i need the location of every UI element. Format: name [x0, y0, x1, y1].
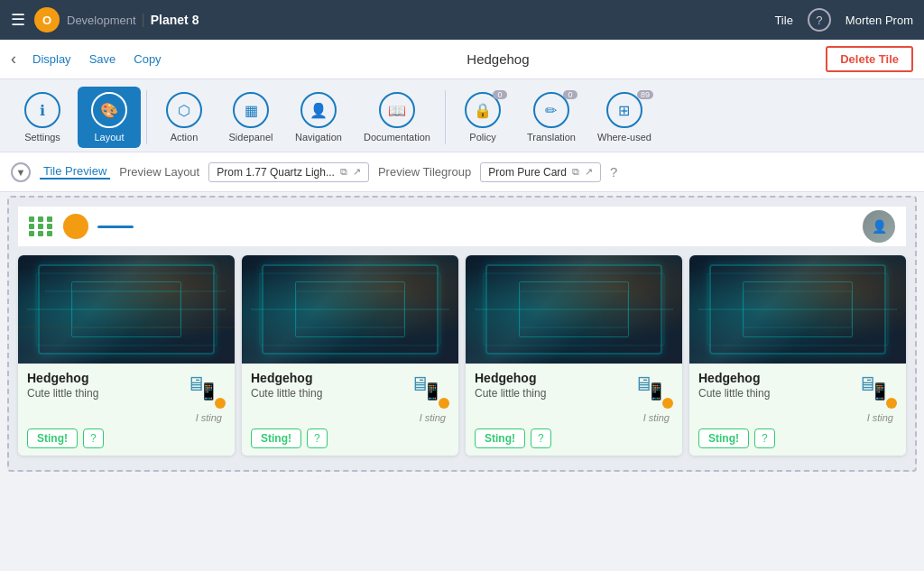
- phone-icon: 📱: [199, 382, 218, 401]
- card-2-sting-button[interactable]: Sting!: [251, 428, 301, 448]
- whereused-icon: ⊞: [606, 92, 642, 128]
- phone-icon-4: 📱: [870, 382, 890, 401]
- sidepanel-label: Sidepanel: [229, 132, 273, 143]
- card-3-i-sting: I sting: [643, 412, 670, 423]
- card-1-svg: [18, 255, 235, 364]
- user-name[interactable]: Morten Prom: [845, 14, 913, 27]
- settings-label: Settings: [24, 132, 60, 143]
- tab-underline: [97, 226, 134, 228]
- delete-tile-button[interactable]: Delete Tile: [826, 46, 913, 72]
- card-1-body: Hedgehog Cute little thing 🖥 📱 I sting: [18, 364, 235, 456]
- card-4-title: Hedgehog: [698, 371, 852, 385]
- card-4-sting-button[interactable]: Sting!: [698, 428, 749, 448]
- card-4-subtitle: Cute little thing: [698, 387, 852, 400]
- toolbar-navigation[interactable]: 👤 Navigation: [286, 87, 351, 148]
- layout-icon: 🎨: [91, 92, 127, 128]
- layout-open-icon[interactable]: ↗: [353, 166, 361, 178]
- toolbar-whereused[interactable]: 89 ⊞ Where-used: [588, 87, 661, 148]
- phone-icon-3: 📱: [646, 382, 666, 401]
- card-4-actions: Sting! ?: [698, 428, 897, 448]
- toolbar-settings[interactable]: ℹ Settings: [11, 87, 74, 148]
- toolbar-sidepanel[interactable]: ▦ Sidepanel: [219, 87, 282, 148]
- card-2-subtitle: Cute little thing: [251, 387, 404, 400]
- help-button[interactable]: ?: [808, 8, 831, 32]
- card-4-image: [689, 255, 906, 364]
- previewbar-toggle[interactable]: ▼: [11, 162, 31, 182]
- settings-icon: ℹ: [24, 92, 60, 128]
- card-4: Hedgehog Cute little thing 🖥 📱 I sting: [689, 255, 906, 456]
- card-2: Hedgehog Cute little thing 🖥 📱 I sting: [242, 255, 458, 456]
- separator: |: [142, 12, 145, 28]
- card-3-actions: Sting! ?: [475, 428, 673, 448]
- hamburger-menu[interactable]: ☰: [11, 10, 25, 30]
- page-title: Hedgehog: [171, 51, 827, 67]
- card-1-help-button[interactable]: ?: [83, 428, 104, 448]
- toolbar-sep-2: [445, 90, 446, 144]
- tilegroup-field[interactable]: Prom Pure Card ⧉ ↗: [480, 162, 601, 182]
- card-2-body: Hedgehog Cute little thing 🖥 📱 I sting: [242, 364, 458, 456]
- tile-label: Tile: [774, 14, 792, 27]
- action-icon: ⬡: [166, 92, 202, 128]
- back-button[interactable]: ‹: [11, 50, 16, 69]
- toolbar-action[interactable]: ⬡ Action: [152, 87, 216, 148]
- navigation-label: Navigation: [295, 132, 342, 143]
- cards-container: Hedgehog Cute little thing 🖥 📱 I sting: [18, 250, 906, 461]
- display-link[interactable]: Display: [23, 52, 80, 66]
- preview-tilegroup-label: Preview Tilegroup: [378, 165, 471, 179]
- card-1-image: [18, 255, 235, 364]
- card-2-svg: [242, 255, 458, 364]
- card-1: Hedgehog Cute little thing 🖥 📱 I sting: [18, 255, 235, 456]
- toolbar-policy[interactable]: 0 🔒 Policy: [451, 87, 514, 148]
- copy-link[interactable]: Copy: [125, 52, 170, 66]
- policy-label: Policy: [469, 132, 495, 143]
- toolbar-translation[interactable]: 0 ✏ Translation: [518, 87, 585, 148]
- tilegroup-copy-icon[interactable]: ⧉: [572, 166, 579, 178]
- policy-badge: 0: [493, 90, 507, 99]
- card-3-title: Hedgehog: [475, 371, 628, 385]
- translation-badge: 0: [563, 90, 578, 99]
- previewbar: ▼ Tile Preview Preview Layout Prom 1.77 …: [0, 152, 924, 192]
- card-4-body: Hedgehog Cute little thing 🖥 📱 I sting: [689, 364, 906, 456]
- previewbar-help-icon[interactable]: ?: [610, 164, 617, 180]
- card-1-sting-button[interactable]: Sting!: [27, 428, 78, 448]
- card-3-help-button[interactable]: ?: [531, 428, 551, 448]
- sidepanel-icon: ▦: [233, 92, 269, 128]
- toolbar-layout[interactable]: 🎨 Layout: [78, 87, 141, 148]
- card-header-row: 👤: [18, 207, 906, 246]
- card-4-help-button[interactable]: ?: [754, 428, 775, 448]
- card-1-title: Hedgehog: [27, 371, 180, 385]
- card-2-i-sting: I sting: [420, 412, 446, 423]
- dot-grid-icon[interactable]: [29, 216, 54, 236]
- avatar: 👤: [863, 210, 895, 243]
- toolbar-sep-1: [146, 90, 147, 144]
- layout-field[interactable]: Prom 1.77 Quartz Ligh... ⧉ ↗: [208, 162, 369, 182]
- card-1-subtitle: Cute little thing: [27, 387, 180, 400]
- navigation-icon: 👤: [300, 92, 337, 128]
- layout-value: Prom 1.77 Quartz Ligh...: [217, 166, 335, 179]
- card-4-svg: [689, 255, 906, 364]
- card-3-body: Hedgehog Cute little thing 🖥 📱 I sting: [466, 364, 682, 456]
- tilegroup-value: Prom Pure Card: [488, 166, 567, 179]
- card-1-i-sting: I sting: [196, 412, 222, 423]
- whereused-badge: 89: [637, 90, 653, 99]
- card-1-icon-area: 🖥 📱: [186, 371, 226, 410]
- actionbar: ‹ Display Save Copy Hedgehog Delete Tile: [0, 40, 924, 79]
- tilegroup-open-icon[interactable]: ↗: [585, 166, 593, 178]
- tile-preview-tab[interactable]: Tile Preview: [40, 164, 110, 180]
- app-name: Development: [67, 14, 136, 27]
- preview-area: 👤 Hedgehog: [7, 196, 917, 472]
- card-3-subtitle: Cute little thing: [475, 387, 628, 400]
- planet-name: Planet 8: [151, 13, 199, 27]
- topbar: ☰ O Development | Planet 8 Tile ? Morten…: [0, 0, 924, 40]
- save-link[interactable]: Save: [80, 52, 125, 66]
- card-4-i-sting: I sting: [867, 412, 893, 423]
- layout-copy-icon[interactable]: ⧉: [340, 166, 347, 178]
- orange-circle-icon[interactable]: [63, 214, 88, 239]
- card-3-sting-button[interactable]: Sting!: [475, 428, 525, 448]
- toolbar-documentation[interactable]: 📖 Documentation: [355, 87, 439, 148]
- phone-icon-2: 📱: [422, 382, 442, 401]
- app-logo: O: [34, 7, 60, 32]
- card-3-svg: [466, 255, 682, 364]
- action-label: Action: [171, 132, 199, 143]
- card-2-help-button[interactable]: ?: [307, 428, 328, 448]
